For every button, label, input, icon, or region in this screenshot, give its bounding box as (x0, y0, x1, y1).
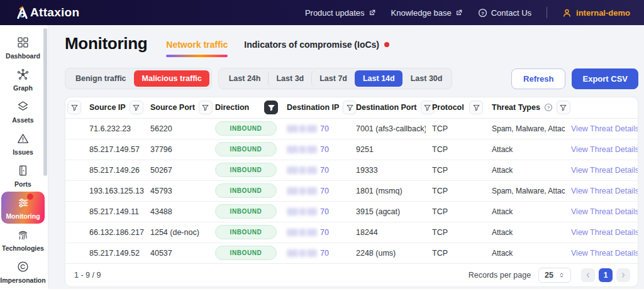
topbar-divider (547, 7, 547, 18)
column-header-source-ip: Source IP (83, 97, 144, 118)
details-cell: View Threat Details* (565, 243, 638, 263)
source-ip-cell: 85.217.149.11 (83, 201, 144, 222)
page-size-select[interactable]: 25 (538, 268, 571, 283)
topbar-link-label: Knowledge base (391, 8, 452, 18)
logo-wordmark: Attaxion (30, 6, 79, 19)
source-port-cell: 37796 (144, 139, 209, 160)
sidebar-item-ports[interactable]: Ports (1, 160, 45, 192)
svg-text:?: ? (481, 10, 484, 16)
filter-icon[interactable] (557, 101, 570, 114)
view-threat-details-link[interactable]: View Threat Details* (571, 249, 638, 258)
attaxion-logo[interactable]: Attaxion (15, 5, 79, 20)
view-threat-details-link[interactable]: View Threat Details* (571, 228, 638, 237)
traffic-filter-malicious-traffic[interactable]: Malicious traffic (134, 70, 209, 87)
sidebar-scrollbar[interactable] (43, 28, 47, 176)
sidebar-nav: DashboardGraphAssetsIssuesPortsMonitorin… (0, 31, 48, 288)
destination-ip-suffix: 70 (320, 207, 329, 216)
time-range-last-14d[interactable]: Last 14d (355, 70, 402, 87)
account-menu[interactable]: internal-demo (562, 8, 630, 18)
time-range-last-3d[interactable]: Last 3d (268, 70, 311, 87)
previous-page-button[interactable] (581, 268, 595, 282)
sidebar-item-technologies[interactable]: Technologies (1, 224, 45, 256)
destination-ip-suffix: 70 (320, 166, 329, 175)
redacted-ip-blur (287, 208, 317, 215)
column-label: Destination Port (356, 103, 417, 112)
records-range-label: 1 - 9 / 9 (74, 271, 101, 280)
sidebar-item-label: Ports (14, 180, 31, 188)
filter-icon[interactable] (264, 101, 278, 114)
destination-ip-cell: 70 (280, 243, 350, 263)
tab-network-traffic[interactable]: Network traffic (166, 40, 228, 57)
warning-triangle-icon (16, 132, 30, 146)
filter-icon[interactable] (469, 101, 483, 114)
column-header-protocol: Protocol (426, 97, 486, 118)
redacted-ip-blur (287, 166, 317, 174)
topbar: Attaxion Product updatesKnowledge base?C… (0, 0, 644, 25)
sidebar-item-assets[interactable]: Assets (1, 95, 45, 128)
time-range-last-7d[interactable]: Last 7d (311, 70, 355, 87)
main-content: Monitoring Network trafficIndicators of … (48, 25, 644, 289)
source-port-cell: 50267 (144, 160, 209, 180)
inbound-badge: INBOUND (215, 142, 277, 156)
traffic-table: Source IPSource PortDirectionDestination… (65, 97, 638, 263)
external-link-icon (455, 9, 463, 16)
copyright-icon (16, 260, 30, 274)
source-ip-cell: 85.217.149.52 (83, 243, 144, 263)
filter-icon[interactable] (130, 101, 143, 114)
traffic-filter-benign-traffic[interactable]: Benign traffic (67, 70, 134, 87)
graph-network-icon (16, 68, 30, 82)
topbar-link-label: Contact Us (491, 8, 531, 18)
records-per-page-label: Records per page (469, 271, 531, 280)
destination-ip-suffix: 70 (320, 228, 329, 237)
tab-indicators-of-compromise-iocs-[interactable]: Indicators of compromise (IoCs) (244, 40, 389, 57)
notification-dot-icon (384, 42, 389, 47)
topbar-link-contact-us[interactable]: ?Contact Us (478, 8, 531, 18)
view-threat-details-link[interactable]: View Threat Details* (571, 145, 638, 154)
sidebar-item-graph[interactable]: Graph (1, 63, 45, 95)
view-threat-details-link[interactable]: View Threat Details* (571, 166, 638, 175)
filter-icon[interactable] (199, 101, 213, 114)
column-header-blank-0 (65, 97, 83, 118)
filter-icon[interactable] (343, 101, 357, 114)
svg-text:?: ? (547, 105, 550, 111)
row-filter-cell (65, 139, 83, 160)
table-row: 193.163.125.13545793INBOUND701801 (msmq)… (65, 180, 638, 201)
traffic-table-body: 71.6.232.2356220INBOUND707001 (afs3-call… (65, 118, 638, 263)
topbar-link-product-updates[interactable]: Product updates (305, 8, 376, 18)
sidebar-item-monitoring[interactable]: Monitoring (1, 192, 45, 224)
column-header-destination-ip: Destination IP (280, 97, 350, 118)
time-range-last-30d[interactable]: Last 30d (402, 70, 450, 87)
sidebar-item-label: Graph (13, 84, 33, 92)
time-range-group: Last 24hLast 3dLast 7dLast 14dLast 30d (218, 68, 453, 89)
column-label: Source Port (150, 103, 195, 112)
destination-ip-suffix: 70 (320, 124, 329, 133)
details-cell: View Threat Details* (565, 180, 638, 201)
direction-cell: INBOUND (209, 243, 280, 263)
time-range-last-24h[interactable]: Last 24h (221, 70, 269, 87)
sidebar-item-label: Technologies (2, 244, 44, 252)
topbar-link-knowledge-base[interactable]: Knowledge base (391, 8, 463, 18)
current-page-button[interactable]: 1 (599, 268, 613, 282)
help-circle-icon[interactable]: ? (544, 103, 553, 112)
view-threat-details-link[interactable]: View Threat Details* (571, 207, 638, 216)
sidebar-item-dashboard[interactable]: Dashboard (1, 31, 45, 63)
sidebar-item-issues[interactable]: Issues (1, 128, 45, 160)
inbound-badge: INBOUND (215, 225, 277, 239)
protocol-cell: TCP (426, 118, 486, 139)
export-csv-button[interactable]: Export CSV (572, 68, 638, 89)
details-cell: View Threat Details* (565, 222, 638, 243)
redacted-ip-blur (287, 229, 317, 236)
view-threat-details-link[interactable]: View Threat Details* (571, 124, 638, 133)
source-port-cell: 40537 (144, 243, 209, 263)
sidebar-item-impersonation[interactable]: Impersonation (1, 256, 45, 288)
inbound-badge: INBOUND (215, 121, 277, 136)
threat-types-cell: Attack (486, 139, 565, 160)
column-label: Direction (215, 103, 249, 112)
refresh-button[interactable]: Refresh (511, 68, 565, 89)
view-threat-details-link[interactable]: View Threat Details* (571, 187, 638, 195)
next-page-button[interactable] (616, 268, 630, 282)
table-row: 66.132.186.2171254 (de-noc)INBOUND701824… (65, 222, 638, 243)
source-ip-cell: 71.6.232.23 (83, 118, 144, 139)
threat-types-cell: Attack (486, 201, 565, 222)
filter-icon[interactable] (67, 101, 81, 114)
